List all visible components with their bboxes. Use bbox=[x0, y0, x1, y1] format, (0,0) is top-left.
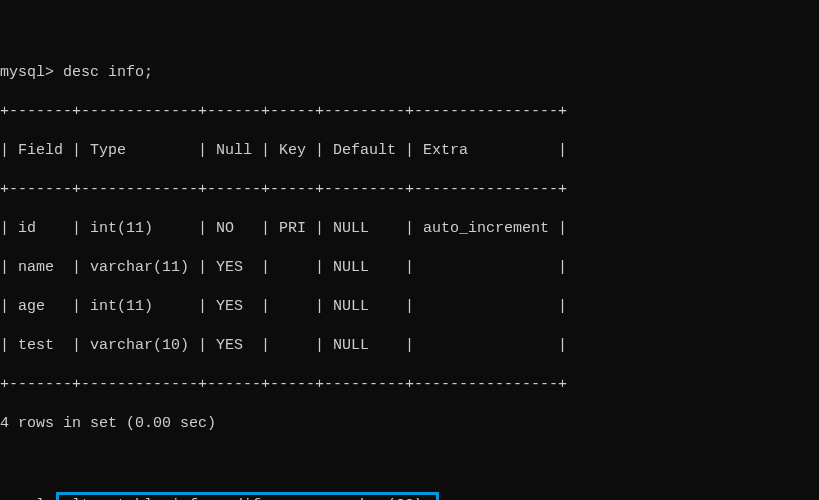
command-alter: alter table info modify name varchar(20)… bbox=[63, 497, 432, 501]
table1-row-name: | name | varchar(11) | YES | | NULL | | bbox=[0, 258, 819, 278]
table1-row-age: | age | int(11) | YES | | NULL | | bbox=[0, 297, 819, 317]
highlighted-command[interactable]: alter table info modify name varchar(20)… bbox=[56, 492, 439, 501]
prompt-line-1: mysql> desc info; bbox=[0, 63, 819, 83]
table1-header: | Field | Type | Null | Key | Default | … bbox=[0, 141, 819, 161]
mysql-prompt: mysql> bbox=[0, 64, 54, 81]
rows-in-set-1: 4 rows in set (0.00 sec) bbox=[0, 414, 819, 434]
mysql-prompt: mysql> bbox=[0, 497, 54, 501]
table1-border-mid: +-------+-------------+------+-----+----… bbox=[0, 180, 819, 200]
table1-border-bot: +-------+-------------+------+-----+----… bbox=[0, 375, 819, 395]
table1-border-top: +-------+-------------+------+-----+----… bbox=[0, 102, 819, 122]
table1-row-test: | test | varchar(10) | YES | | NULL | | bbox=[0, 336, 819, 356]
blank-1 bbox=[0, 453, 819, 473]
prompt-line-2: mysql>alter table info modify name varch… bbox=[0, 492, 819, 501]
command-desc-1[interactable]: desc info; bbox=[63, 64, 153, 81]
table1-row-id: | id | int(11) | NO | PRI | NULL | auto_… bbox=[0, 219, 819, 239]
